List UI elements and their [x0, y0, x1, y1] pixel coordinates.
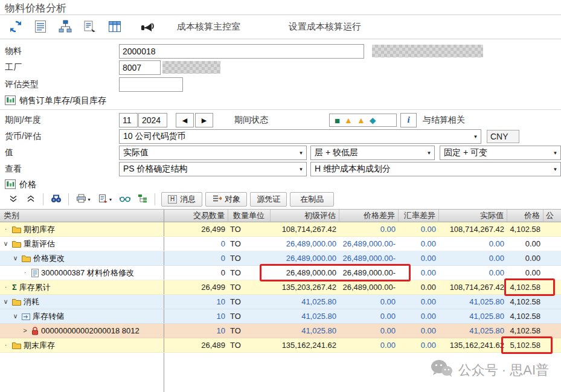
- cell-price-diff[interactable]: 0.00: [339, 324, 399, 338]
- cell-valuation[interactable]: 41,025.80: [271, 324, 339, 338]
- fixed-variable-select[interactable]: 固定 + 可变 ▼: [440, 146, 561, 160]
- wip-button[interactable]: 在制品: [290, 192, 334, 207]
- cell-actual[interactable]: 108,714,267.42: [439, 222, 507, 236]
- announce-button[interactable]: [137, 18, 159, 37]
- row-label[interactable]: 重新评估: [24, 237, 55, 251]
- cell-qty[interactable]: 0: [164, 266, 228, 280]
- cell-price[interactable]: 0.00: [507, 237, 543, 251]
- previous-period-button[interactable]: ◀: [176, 113, 194, 127]
- cell-exch-diff[interactable]: 0.00: [399, 324, 439, 338]
- layout-button[interactable]: [30, 18, 51, 37]
- cell-exch-diff[interactable]: 0.00: [399, 280, 439, 294]
- cell-unit[interactable]: TO: [228, 251, 271, 265]
- column-header-company[interactable]: 公: [543, 210, 561, 222]
- expander-open-icon[interactable]: ∨: [2, 295, 10, 309]
- grid-button[interactable]: [104, 18, 126, 37]
- cell-unit[interactable]: TO: [228, 222, 271, 236]
- cost-component-select[interactable]: H 维护成本构成划分 ▼: [310, 162, 561, 176]
- cell-exch-diff[interactable]: 0.00: [399, 309, 439, 323]
- info-button[interactable]: i: [400, 113, 417, 127]
- expand-all-button[interactable]: [22, 192, 39, 207]
- row-label[interactable]: 000000000002000018 8012: [41, 324, 139, 338]
- cell-valuation[interactable]: 26,489,000.00: [271, 237, 339, 251]
- cell-qty[interactable]: 10: [164, 309, 228, 323]
- table-row[interactable]: ·期末库存26,489TO135,162,241.620.000.00135,1…: [0, 338, 561, 353]
- cell-qty[interactable]: 26,499: [164, 280, 228, 294]
- cell-price-diff[interactable]: 0.00: [339, 295, 399, 309]
- next-period-button[interactable]: ▶: [195, 113, 213, 127]
- collapse-all-button[interactable]: [5, 192, 21, 207]
- table-row[interactable]: ∨消耗10TO41,025.800.000.0041,025.804,102.5…: [0, 295, 561, 309]
- column-header-actual-value[interactable]: 实际值: [439, 210, 507, 222]
- currency-select[interactable]: 10 公司代码货币 ▼: [119, 129, 481, 144]
- cell-price-diff[interactable]: 26,489,000.00-: [339, 237, 399, 251]
- value-type-select[interactable]: 实际值 ▼: [119, 146, 307, 160]
- cell-unit[interactable]: TO: [228, 324, 271, 338]
- cell-price-diff[interactable]: 0.00: [339, 222, 399, 236]
- cell-price[interactable]: 4,102.58: [507, 280, 543, 294]
- cell-price-diff[interactable]: 26,489,000.00-: [339, 266, 399, 280]
- cell-price[interactable]: 5,102.58: [507, 338, 543, 352]
- table-row[interactable]: >000000000002000018 801210TO41,025.800.0…: [0, 324, 561, 338]
- cell-exch-diff[interactable]: 0.00: [399, 222, 439, 236]
- cell-qty[interactable]: 10: [164, 324, 228, 338]
- valuation-type-input[interactable]: [119, 77, 183, 92]
- cell-qty[interactable]: 10: [164, 295, 228, 309]
- column-header-price[interactable]: 价格: [507, 210, 543, 222]
- expander-closed-icon[interactable]: >: [21, 324, 29, 338]
- year-input[interactable]: [138, 113, 167, 127]
- cell-unit[interactable]: TO: [228, 295, 271, 309]
- row-label[interactable]: 库存累计: [19, 280, 51, 294]
- cell-qty[interactable]: 0: [164, 237, 228, 251]
- table-row[interactable]: ∨库存转储10TO41,025.800.000.0041,025.804,102…: [0, 309, 561, 324]
- costing-run-button[interactable]: 设置成本核算运行: [289, 21, 361, 33]
- cell-exch-diff[interactable]: 0.00: [399, 295, 439, 309]
- expander-open-icon[interactable]: ∨: [11, 251, 19, 265]
- cell-price[interactable]: 0.00: [507, 266, 543, 280]
- cell-valuation[interactable]: 135,203,267.42: [271, 280, 339, 294]
- cell-price[interactable]: 4,102.58: [507, 295, 543, 309]
- cell-unit[interactable]: TO: [228, 237, 271, 251]
- display-button[interactable]: [117, 192, 133, 207]
- cell-unit[interactable]: TO: [228, 266, 271, 280]
- cell-exch-diff[interactable]: 0.00: [399, 237, 439, 251]
- objects-button[interactable]: 对象: [205, 192, 247, 207]
- cell-valuation[interactable]: 135,162,241.62: [271, 338, 339, 352]
- table-row[interactable]: ∨重新评估0TO26,489,000.0026,489,000.00-0.000…: [0, 237, 561, 251]
- row-label[interactable]: 3000000387 材料价格修改: [41, 266, 134, 280]
- sales-order-stock-row[interactable]: 销售订单库存/项目库存: [0, 94, 561, 109]
- cell-actual[interactable]: 41,025.80: [439, 324, 507, 338]
- cell-unit[interactable]: TO: [228, 280, 271, 294]
- cell-price-diff[interactable]: 0.00: [339, 338, 399, 352]
- column-header-quantity[interactable]: 交易数量: [164, 210, 228, 222]
- report-button[interactable]: [79, 18, 101, 37]
- material-input[interactable]: [119, 44, 364, 59]
- cockpit-button[interactable]: 成本核算主控室: [177, 21, 240, 33]
- cell-valuation[interactable]: 26,489,000.00: [271, 266, 339, 280]
- export-button[interactable]: ▾: [95, 192, 115, 207]
- plant-input[interactable]: [119, 60, 161, 75]
- cell-price-diff[interactable]: 0.00: [339, 309, 399, 323]
- row-label[interactable]: 库存转储: [33, 309, 64, 323]
- period-input[interactable]: [119, 113, 138, 127]
- expander-open-icon[interactable]: ∨: [11, 309, 19, 323]
- column-header-preliminary-valuation[interactable]: 初级评估: [271, 210, 339, 222]
- cell-qty[interactable]: 0: [164, 251, 228, 265]
- row-label[interactable]: 期初库存: [24, 222, 55, 236]
- view-structure-select[interactable]: PS 价格确定结构 ▼: [119, 162, 307, 176]
- hierarchy-button[interactable]: [54, 18, 76, 37]
- cell-actual[interactable]: 0.00: [439, 237, 507, 251]
- source-document-button[interactable]: 源凭证: [250, 192, 287, 207]
- find-button[interactable]: [48, 192, 64, 207]
- row-label[interactable]: 消耗: [24, 295, 39, 309]
- print-button[interactable]: ▾: [73, 192, 94, 207]
- cell-price-diff[interactable]: 26,489,000.00-: [339, 280, 399, 294]
- column-header-unit[interactable]: 数量单位: [228, 210, 271, 222]
- cell-valuation[interactable]: 41,025.80: [271, 295, 339, 309]
- cell-price-diff[interactable]: 26,489,000.00-: [339, 251, 399, 265]
- table-row[interactable]: ·期初库存26,499TO108,714,267.420.000.00108,7…: [0, 222, 561, 237]
- cell-exch-diff[interactable]: 0.00: [399, 338, 439, 352]
- cell-actual[interactable]: 0.00: [439, 251, 507, 265]
- row-label[interactable]: 价格更改: [33, 251, 65, 265]
- column-header-price-difference[interactable]: 价格差异: [339, 210, 399, 222]
